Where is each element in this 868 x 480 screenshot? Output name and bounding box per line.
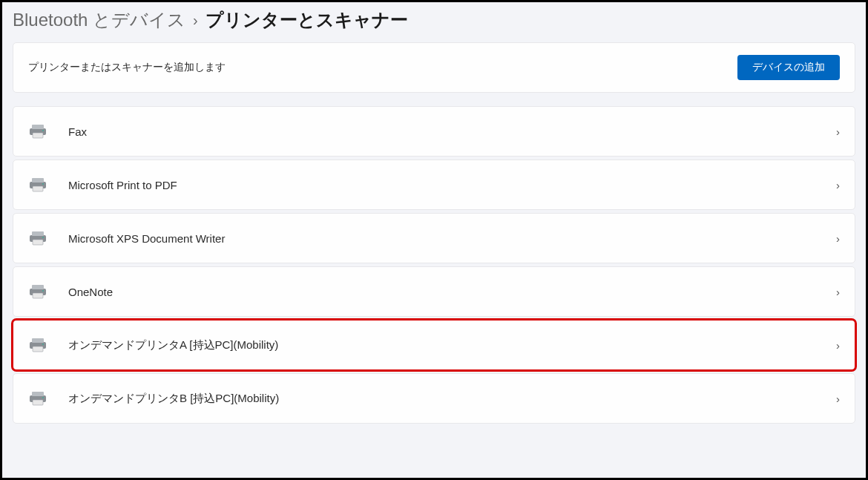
svg-point-11 — [42, 237, 44, 238]
svg-rect-14 — [33, 293, 43, 298]
settings-window: Bluetooth とデバイス › プリンターとスキャナー プリンターまたはスキ… — [0, 0, 868, 480]
printer-row-ondemand-a[interactable]: オンデマンドプリンタA [持込PC](Mobility) › — [13, 320, 855, 370]
printer-name: Microsoft XPS Document Writer — [68, 232, 836, 245]
printer-icon — [28, 390, 47, 407]
printer-row-fax[interactable]: Fax › — [13, 106, 855, 157]
svg-rect-2 — [33, 133, 43, 138]
svg-rect-5 — [32, 178, 44, 183]
page-header: Bluetooth とデバイス › プリンターとスキャナー — [2, 2, 866, 42]
svg-rect-18 — [33, 346, 43, 352]
printer-row-onenote[interactable]: OneNote › — [13, 266, 855, 317]
svg-point-7 — [42, 183, 44, 185]
printer-row-ondemand-b[interactable]: オンデマンドプリンタB [持込PC](Mobility) › — [13, 373, 855, 424]
breadcrumb-parent-link[interactable]: Bluetooth とデバイス — [13, 8, 185, 32]
printer-list: Fax › Microsoft Print to PDF › — [13, 106, 855, 424]
add-device-label: プリンターまたはスキャナーを追加します — [28, 61, 226, 74]
page-title: プリンターとスキャナー — [206, 8, 408, 32]
printer-icon — [28, 177, 47, 193]
svg-point-23 — [42, 397, 44, 398]
printer-icon — [28, 123, 47, 139]
add-device-bar: プリンターまたはスキャナーを追加します デバイスの追加 — [13, 42, 855, 93]
chevron-right-icon: › — [836, 392, 840, 405]
printer-icon — [28, 230, 47, 246]
printer-row-print-to-pdf[interactable]: Microsoft Print to PDF › — [13, 160, 855, 210]
printer-name: Fax — [68, 125, 836, 138]
chevron-right-icon: › — [836, 125, 840, 138]
printer-name: オンデマンドプリンタB [持込PC](Mobility) — [68, 392, 836, 406]
content-area: プリンターまたはスキャナーを追加します デバイスの追加 Fax › — [2, 42, 866, 434]
breadcrumb: Bluetooth とデバイス › プリンターとスキャナー — [13, 8, 855, 32]
chevron-right-icon: › — [193, 12, 198, 29]
printer-name: OneNote — [68, 286, 836, 298]
svg-rect-17 — [32, 338, 44, 343]
printer-icon — [28, 283, 47, 300]
chevron-right-icon: › — [836, 179, 840, 191]
chevron-right-icon: › — [836, 339, 840, 352]
svg-point-3 — [42, 130, 44, 131]
svg-point-19 — [42, 343, 44, 345]
svg-rect-22 — [33, 400, 43, 405]
printer-name: Microsoft Print to PDF — [68, 179, 836, 191]
svg-rect-9 — [32, 231, 44, 236]
chevron-right-icon: › — [836, 286, 840, 298]
svg-rect-10 — [33, 240, 43, 245]
svg-rect-21 — [32, 392, 44, 396]
printer-name: オンデマンドプリンタA [持込PC](Mobility) — [68, 338, 836, 352]
svg-rect-6 — [33, 186, 43, 191]
printer-row-xps-writer[interactable]: Microsoft XPS Document Writer › — [13, 213, 855, 263]
svg-rect-13 — [32, 285, 44, 289]
chevron-right-icon: › — [836, 232, 840, 245]
svg-point-15 — [42, 290, 44, 292]
printer-icon — [28, 337, 47, 353]
add-device-button[interactable]: デバイスの追加 — [737, 55, 840, 80]
svg-rect-1 — [32, 125, 44, 129]
